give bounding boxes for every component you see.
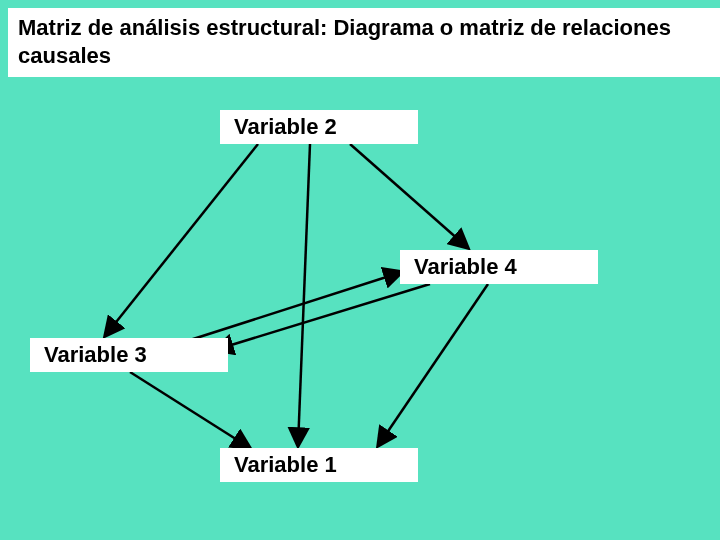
node-variable-1: Variable 1 [220,448,418,482]
node-variable-4: Variable 4 [400,250,598,284]
edge-v4-v3 [215,284,430,350]
edge-v3-v1 [130,372,250,448]
edge-v2-v1 [298,144,310,446]
edge-v2-v4 [350,144,468,248]
diagram-title: Matriz de análisis estructural: Diagrama… [8,8,720,77]
node-variable-3: Variable 3 [30,338,228,372]
node-variable-2: Variable 2 [220,110,418,144]
edge-v4-v1 [378,284,488,446]
diagram-canvas: Matriz de análisis estructural: Diagrama… [0,0,720,540]
edge-v3-v4 [190,272,402,340]
edge-v2-v3 [105,144,258,336]
